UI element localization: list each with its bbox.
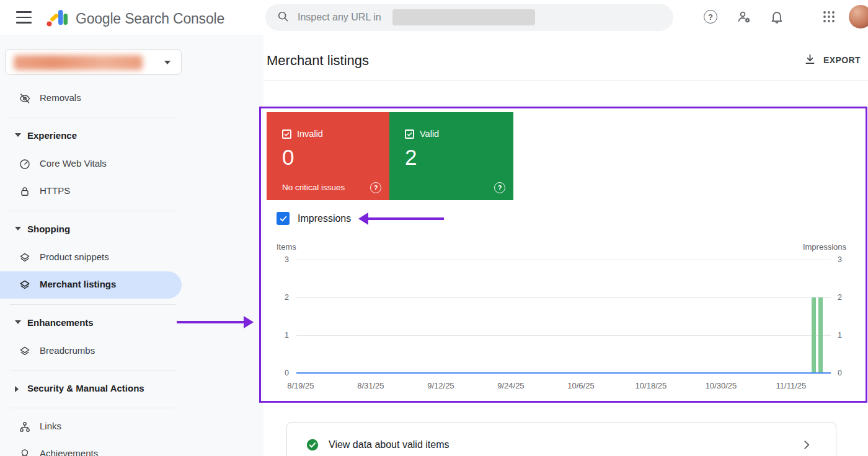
y-tick-left: 3 [279, 255, 289, 264]
impressions-toggle[interactable]: Impressions [277, 212, 351, 225]
help-icon[interactable]: ? [370, 182, 381, 193]
sidebar-item-label: Links [40, 421, 61, 431]
x-axis-label: 10/6/25 [567, 381, 594, 390]
sidebar-item-product-snippets[interactable]: Product snippets [0, 244, 182, 271]
valid-items-card[interactable]: View data about valid items [286, 422, 836, 456]
y-tick-left: 1 [279, 331, 289, 340]
valid-card[interactable]: Valid 2 ? [389, 112, 513, 200]
property-selector[interactable] [5, 49, 182, 75]
gridline [296, 260, 831, 260]
export-label: EXPORT [823, 55, 861, 65]
gridline [296, 297, 831, 298]
sidebar-section-label: Shopping [27, 224, 70, 234]
sidebar-section-experience[interactable]: Experience [0, 123, 182, 150]
sidebar-section-label: Enhancements [27, 317, 94, 328]
bell-icon [768, 9, 786, 24]
sidebar-section-label: Experience [27, 130, 77, 141]
sidebar-item-breadcrumbs[interactable]: Breadcrumbs [0, 338, 182, 365]
impressions-checkbox[interactable] [277, 212, 290, 225]
impressions-bar [818, 297, 823, 373]
x-axis-label: 9/12/25 [427, 381, 454, 390]
invalid-label: Invalid [297, 129, 323, 139]
valid-items-label: View data about valid items [329, 439, 449, 450]
redacted-property-url [392, 9, 535, 25]
left-axis-title: Items [277, 242, 296, 252]
lock-icon [19, 185, 31, 198]
invalid-note: No critical issues [282, 183, 345, 192]
invalid-checkbox[interactable] [282, 129, 291, 139]
chevron-down-icon [15, 227, 21, 230]
layers-icon [19, 252, 31, 264]
google-apps-button[interactable] [820, 8, 838, 25]
sidebar-section-label: Security & Manual Actions [27, 383, 144, 393]
right-axis-title: Impressions [797, 242, 846, 252]
chevron-down-icon [15, 320, 21, 324]
redacted-property-name [14, 55, 143, 70]
sidebar-item-label: HTTPS [40, 185, 70, 196]
divider [264, 81, 868, 81]
eye-off-icon [19, 92, 31, 105]
chevron-down-icon [164, 61, 170, 64]
sidebar-item-merchant-listings[interactable]: Merchant listings [0, 271, 182, 299]
sidebar-item-label: Removals [40, 92, 81, 103]
help-button[interactable]: ? [702, 8, 719, 25]
x-axis-label: 9/24/25 [497, 381, 524, 390]
search-console-logo[interactable]: Google Search Console [45, 5, 224, 32]
sidebar-item-https[interactable]: HTTPS [0, 178, 182, 205]
divider [10, 304, 175, 305]
sidebar-item-label: Achievements [40, 448, 98, 456]
sidebar: Removals Experience Core Web Vitals HTTP… [0, 35, 264, 456]
impressions-label: Impressions [298, 213, 351, 224]
items-line [296, 372, 831, 374]
top-app-bar: Google Search Console Inspect any URL in… [0, 0, 868, 35]
search-placeholder-text: Inspect any URL in [298, 12, 381, 23]
help-icon[interactable]: ? [494, 182, 505, 193]
layers-icon [19, 345, 31, 357]
check-circle-icon [306, 438, 319, 452]
gauge-icon [19, 158, 31, 170]
y-tick-right: 2 [838, 293, 842, 302]
impressions-bar [812, 297, 816, 373]
main-menu-button[interactable] [16, 11, 32, 24]
app-title: Google Search Console [76, 11, 224, 27]
sidebar-item-core-web-vitals[interactable]: Core Web Vitals [0, 151, 182, 178]
url-inspection-search[interactable]: Inspect any URL in [265, 4, 673, 31]
search-icon [277, 10, 289, 25]
sidebar-section-shopping[interactable]: Shopping [0, 216, 182, 243]
tree-icon [19, 421, 31, 433]
notifications-button[interactable] [768, 8, 786, 25]
help-icon: ? [704, 10, 717, 24]
chevron-right-icon [15, 386, 19, 392]
page-title: Merchant listings [267, 53, 369, 69]
x-axis-label: 10/18/25 [636, 381, 667, 390]
user-settings-icon [735, 9, 753, 24]
sidebar-section-enhancements[interactable]: Enhancements [0, 310, 182, 337]
divider [10, 211, 175, 211]
x-axis-label: 10/30/25 [706, 381, 737, 390]
sidebar-item-achievements[interactable]: Achievements [0, 441, 182, 456]
sidebar-item-label: Core Web Vitals [40, 158, 107, 169]
y-tick-left: 0 [279, 369, 289, 377]
export-button[interactable]: EXPORT [804, 53, 861, 68]
x-axis-label: 8/31/25 [357, 381, 384, 390]
x-axis-label: 8/19/25 [287, 381, 314, 390]
sidebar-item-label: Product snippets [40, 252, 109, 262]
chevron-down-icon [15, 133, 21, 137]
gridline [296, 335, 831, 336]
chevron-right-icon[interactable] [800, 438, 813, 452]
x-axis-label: 11/11/25 [776, 381, 807, 390]
sidebar-item-links[interactable]: Links [0, 413, 182, 441]
account-avatar[interactable] [849, 5, 868, 28]
apps-grid-icon [820, 9, 838, 24]
sidebar-item-label: Merchant listings [40, 279, 116, 289]
download-icon [804, 53, 817, 68]
chart-plot: 332211008/19/258/31/259/12/259/24/2510/6… [296, 260, 831, 373]
valid-label: Valid [420, 129, 439, 139]
user-settings-button[interactable] [735, 8, 753, 25]
sidebar-section-security-manual-actions[interactable]: Security & Manual Actions [0, 375, 182, 403]
valid-checkbox[interactable] [405, 129, 414, 139]
invalid-card[interactable]: Invalid 0 No critical issues ? [267, 112, 389, 200]
search-console-logo-icon [45, 5, 69, 32]
y-tick-right: 1 [838, 331, 842, 340]
sidebar-item-removals[interactable]: Removals [0, 85, 182, 112]
